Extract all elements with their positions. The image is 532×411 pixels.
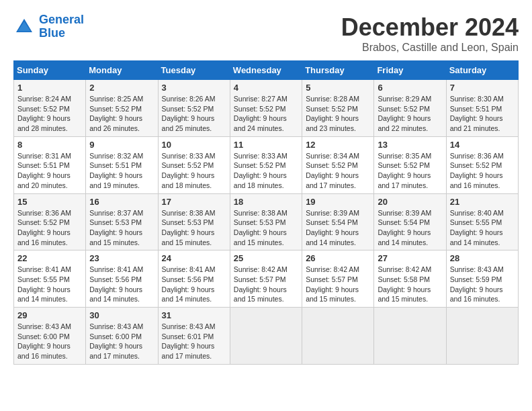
day-number: 26 (306, 253, 370, 263)
calendar-cell: 18Sunrise: 8:38 AMSunset: 5:53 PMDayligh… (230, 193, 302, 250)
calendar-cell: 30Sunrise: 8:43 AMSunset: 6:00 PMDayligh… (86, 308, 158, 365)
day-info: Sunrise: 8:31 AMSunset: 5:51 PMDaylight:… (17, 151, 82, 191)
calendar-week-row: 15Sunrise: 8:36 AMSunset: 5:52 PMDayligh… (14, 193, 519, 250)
calendar-cell: 7Sunrise: 8:30 AMSunset: 5:51 PMDaylight… (446, 80, 518, 137)
day-info: Sunrise: 8:40 AMSunset: 5:55 PMDaylight:… (450, 208, 515, 248)
day-number: 29 (17, 310, 82, 320)
day-info: Sunrise: 8:29 AMSunset: 5:52 PMDaylight:… (378, 94, 442, 134)
weekday-header-sunday: Sunday (14, 61, 86, 80)
calendar-cell: 27Sunrise: 8:42 AMSunset: 5:58 PMDayligh… (374, 250, 446, 308)
day-info: Sunrise: 8:36 AMSunset: 5:52 PMDaylight:… (17, 208, 82, 248)
day-number: 31 (162, 310, 226, 320)
day-number: 28 (450, 253, 515, 263)
calendar-cell: 9Sunrise: 8:32 AMSunset: 5:51 PMDaylight… (86, 136, 158, 193)
day-info: Sunrise: 8:28 AMSunset: 5:52 PMDaylight:… (306, 94, 370, 134)
calendar-cell: 4Sunrise: 8:27 AMSunset: 5:52 PMDaylight… (230, 80, 302, 137)
calendar-cell: 12Sunrise: 8:34 AMSunset: 5:52 PMDayligh… (302, 136, 374, 193)
day-number: 27 (378, 253, 442, 263)
calendar-cell: 8Sunrise: 8:31 AMSunset: 5:51 PMDaylight… (14, 136, 86, 193)
day-number: 25 (234, 253, 298, 263)
logo-text: General Blue (39, 13, 84, 40)
day-number: 16 (89, 197, 154, 207)
day-number: 11 (234, 140, 298, 150)
calendar-cell: 29Sunrise: 8:43 AMSunset: 6:00 PMDayligh… (14, 308, 86, 365)
day-number: 1 (17, 83, 82, 93)
day-number: 21 (450, 197, 515, 207)
calendar-cell: 19Sunrise: 8:39 AMSunset: 5:54 PMDayligh… (302, 193, 374, 250)
calendar-cell: 10Sunrise: 8:33 AMSunset: 5:52 PMDayligh… (158, 136, 230, 193)
calendar-cell: 22Sunrise: 8:41 AMSunset: 5:55 PMDayligh… (14, 250, 86, 308)
weekday-header-saturday: Saturday (446, 61, 518, 80)
day-info: Sunrise: 8:25 AMSunset: 5:52 PMDaylight:… (89, 94, 154, 134)
day-info: Sunrise: 8:33 AMSunset: 5:52 PMDaylight:… (162, 151, 226, 191)
weekday-header-row: SundayMondayTuesdayWednesdayThursdayFrid… (14, 61, 519, 80)
day-info: Sunrise: 8:39 AMSunset: 5:54 PMDaylight:… (306, 208, 370, 248)
calendar-cell: 25Sunrise: 8:42 AMSunset: 5:57 PMDayligh… (230, 250, 302, 308)
day-number: 18 (234, 197, 298, 207)
day-info: Sunrise: 8:26 AMSunset: 5:52 PMDaylight:… (162, 94, 226, 134)
day-info: Sunrise: 8:43 AMSunset: 6:00 PMDaylight:… (17, 322, 82, 361)
day-info: Sunrise: 8:38 AMSunset: 5:53 PMDaylight:… (234, 208, 298, 248)
day-info: Sunrise: 8:42 AMSunset: 5:57 PMDaylight:… (306, 265, 370, 304)
calendar-cell: 13Sunrise: 8:35 AMSunset: 5:52 PMDayligh… (374, 136, 446, 193)
weekday-header-monday: Monday (86, 61, 158, 80)
day-number: 15 (17, 197, 82, 207)
day-number: 13 (378, 140, 442, 150)
calendar-cell: 20Sunrise: 8:39 AMSunset: 5:54 PMDayligh… (374, 193, 446, 250)
calendar-cell (374, 308, 446, 365)
day-info: Sunrise: 8:43 AMSunset: 6:00 PMDaylight:… (89, 322, 154, 361)
calendar-week-row: 29Sunrise: 8:43 AMSunset: 6:00 PMDayligh… (14, 308, 519, 365)
day-info: Sunrise: 8:34 AMSunset: 5:52 PMDaylight:… (306, 151, 370, 191)
weekday-header-friday: Friday (374, 61, 446, 80)
day-number: 22 (17, 253, 82, 263)
day-info: Sunrise: 8:24 AMSunset: 5:52 PMDaylight:… (17, 94, 82, 134)
calendar-table: SundayMondayTuesdayWednesdayThursdayFrid… (13, 60, 519, 365)
day-info: Sunrise: 8:30 AMSunset: 5:51 PMDaylight:… (450, 94, 515, 134)
day-number: 19 (306, 197, 370, 207)
day-number: 3 (162, 83, 226, 93)
calendar-cell: 1Sunrise: 8:24 AMSunset: 5:52 PMDaylight… (14, 80, 86, 137)
day-number: 23 (89, 253, 154, 263)
day-number: 8 (17, 140, 82, 150)
day-info: Sunrise: 8:43 AMSunset: 5:59 PMDaylight:… (450, 265, 515, 304)
month-title: December 2024 (341, 13, 519, 42)
weekday-header-wednesday: Wednesday (230, 61, 302, 80)
calendar-cell: 11Sunrise: 8:33 AMSunset: 5:52 PMDayligh… (230, 136, 302, 193)
calendar-cell: 14Sunrise: 8:36 AMSunset: 5:52 PMDayligh… (446, 136, 518, 193)
calendar-cell: 31Sunrise: 8:43 AMSunset: 6:01 PMDayligh… (158, 308, 230, 365)
day-info: Sunrise: 8:41 AMSunset: 5:56 PMDaylight:… (162, 265, 226, 304)
day-info: Sunrise: 8:39 AMSunset: 5:54 PMDaylight:… (378, 208, 442, 248)
day-number: 7 (450, 83, 515, 93)
day-info: Sunrise: 8:38 AMSunset: 5:53 PMDaylight:… (162, 208, 226, 248)
calendar-week-row: 22Sunrise: 8:41 AMSunset: 5:55 PMDayligh… (14, 250, 519, 308)
day-info: Sunrise: 8:42 AMSunset: 5:58 PMDaylight:… (378, 265, 442, 304)
calendar-cell (446, 308, 518, 365)
day-info: Sunrise: 8:33 AMSunset: 5:52 PMDaylight:… (234, 151, 298, 191)
location-subtitle: Brabos, Castille and Leon, Spain (341, 42, 519, 54)
day-number: 5 (306, 83, 370, 93)
day-info: Sunrise: 8:37 AMSunset: 5:53 PMDaylight:… (89, 208, 154, 248)
calendar-cell (302, 308, 374, 365)
calendar-cell: 6Sunrise: 8:29 AMSunset: 5:52 PMDaylight… (374, 80, 446, 137)
calendar-week-row: 8Sunrise: 8:31 AMSunset: 5:51 PMDaylight… (14, 136, 519, 193)
day-number: 6 (378, 83, 442, 93)
day-number: 2 (89, 83, 154, 93)
calendar-cell: 5Sunrise: 8:28 AMSunset: 5:52 PMDaylight… (302, 80, 374, 137)
weekday-header-tuesday: Tuesday (158, 61, 230, 80)
logo-line2: Blue (39, 26, 65, 40)
day-info: Sunrise: 8:27 AMSunset: 5:52 PMDaylight:… (234, 94, 298, 134)
day-number: 9 (89, 140, 154, 150)
calendar-cell: 2Sunrise: 8:25 AMSunset: 5:52 PMDaylight… (86, 80, 158, 137)
calendar-cell: 15Sunrise: 8:36 AMSunset: 5:52 PMDayligh… (14, 193, 86, 250)
day-number: 4 (234, 83, 298, 93)
calendar-cell: 16Sunrise: 8:37 AMSunset: 5:53 PMDayligh… (86, 193, 158, 250)
calendar-cell: 24Sunrise: 8:41 AMSunset: 5:56 PMDayligh… (158, 250, 230, 308)
logo-icon (13, 16, 35, 38)
calendar-cell: 21Sunrise: 8:40 AMSunset: 5:55 PMDayligh… (446, 193, 518, 250)
day-info: Sunrise: 8:41 AMSunset: 5:56 PMDaylight:… (89, 265, 154, 304)
day-number: 30 (89, 310, 154, 320)
calendar-cell: 26Sunrise: 8:42 AMSunset: 5:57 PMDayligh… (302, 250, 374, 308)
calendar-cell (230, 308, 302, 365)
day-number: 14 (450, 140, 515, 150)
page-header: General Blue December 2024 Brabos, Casti… (13, 13, 519, 54)
